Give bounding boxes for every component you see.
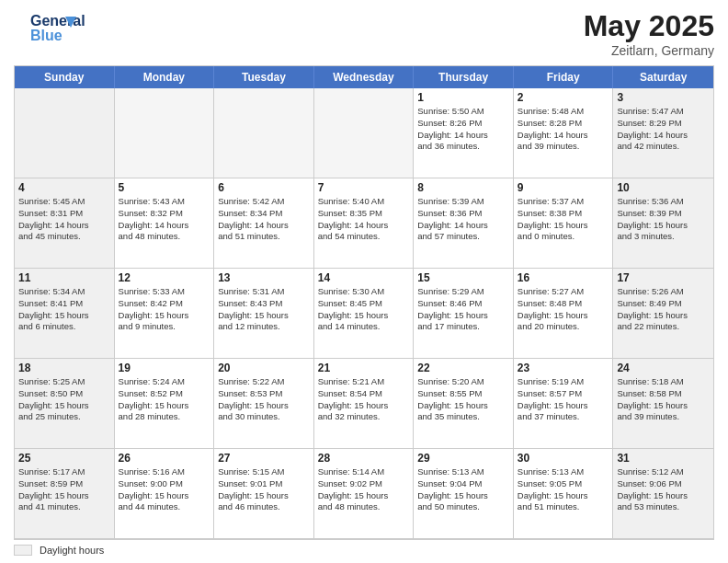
legend-label: Daylight hours (40, 545, 104, 556)
day-number: 21 (318, 362, 410, 374)
day-info: Sunrise: 5:36 AM Sunset: 8:39 PM Dayligh… (617, 196, 710, 243)
day-number: 29 (417, 452, 509, 465)
day-number: 22 (417, 362, 509, 374)
cal-cell: 8Sunrise: 5:39 AM Sunset: 8:36 PM Daylig… (414, 178, 514, 269)
month-title: May 2025 (584, 9, 714, 43)
cal-cell: 19Sunrise: 5:24 AM Sunset: 8:52 PM Dayli… (115, 359, 215, 449)
cal-cell: 20Sunrise: 5:22 AM Sunset: 8:53 PM Dayli… (214, 359, 314, 449)
cal-cell (214, 88, 314, 178)
day-info: Sunrise: 5:34 AM Sunset: 8:41 PM Dayligh… (18, 286, 110, 333)
cal-cell: 15Sunrise: 5:29 AM Sunset: 8:46 PM Dayli… (414, 269, 514, 359)
svg-text:General: General (30, 13, 85, 29)
cal-cell: 16Sunrise: 5:27 AM Sunset: 8:48 PM Dayli… (514, 269, 614, 359)
cal-cell: 7Sunrise: 5:40 AM Sunset: 8:35 PM Daylig… (314, 178, 415, 269)
day-number: 11 (18, 271, 110, 284)
day-number: 23 (518, 362, 609, 374)
day-info: Sunrise: 5:17 AM Sunset: 8:59 PM Dayligh… (18, 466, 110, 513)
day-info: Sunrise: 5:40 AM Sunset: 8:35 PM Dayligh… (318, 196, 410, 243)
day-info: Sunrise: 5:18 AM Sunset: 8:58 PM Dayligh… (617, 376, 710, 423)
day-info: Sunrise: 5:45 AM Sunset: 8:31 PM Dayligh… (18, 196, 110, 243)
day-info: Sunrise: 5:20 AM Sunset: 8:55 PM Dayligh… (417, 376, 509, 423)
day-number: 26 (119, 452, 210, 465)
day-number: 13 (218, 271, 310, 284)
day-number: 12 (119, 271, 210, 284)
cal-cell: 22Sunrise: 5:20 AM Sunset: 8:55 PM Dayli… (414, 359, 514, 449)
cal-cell: 2Sunrise: 5:48 AM Sunset: 8:28 PM Daylig… (514, 88, 614, 178)
page: General Blue May 2025 Zeitlarn, Germany … (0, 0, 728, 563)
cal-cell: 6Sunrise: 5:42 AM Sunset: 8:34 PM Daylig… (214, 178, 314, 269)
day-info: Sunrise: 5:15 AM Sunset: 9:01 PM Dayligh… (218, 466, 310, 513)
day-info: Sunrise: 5:47 AM Sunset: 8:29 PM Dayligh… (617, 106, 710, 153)
cal-cell: 10Sunrise: 5:36 AM Sunset: 8:39 PM Dayli… (613, 178, 713, 269)
day-number: 7 (318, 181, 410, 194)
day-number: 17 (617, 271, 710, 284)
day-info: Sunrise: 5:24 AM Sunset: 8:52 PM Dayligh… (119, 376, 210, 423)
cal-cell: 21Sunrise: 5:21 AM Sunset: 8:54 PM Dayli… (314, 359, 415, 449)
day-number: 2 (518, 91, 609, 104)
day-info: Sunrise: 5:22 AM Sunset: 8:53 PM Dayligh… (218, 376, 310, 423)
svg-text:Blue: Blue (30, 28, 63, 43)
header: General Blue May 2025 Zeitlarn, Germany (14, 9, 714, 58)
cal-cell: 31Sunrise: 5:12 AM Sunset: 9:06 PM Dayli… (613, 449, 713, 539)
day-info: Sunrise: 5:31 AM Sunset: 8:43 PM Dayligh… (218, 286, 310, 333)
day-info: Sunrise: 5:37 AM Sunset: 8:38 PM Dayligh… (518, 196, 609, 243)
day-number: 24 (617, 362, 710, 374)
weekday-header-monday: Monday (115, 66, 215, 88)
day-info: Sunrise: 5:26 AM Sunset: 8:49 PM Dayligh… (617, 286, 710, 333)
legend-box (14, 545, 32, 556)
cal-cell: 5Sunrise: 5:43 AM Sunset: 8:32 PM Daylig… (115, 178, 215, 269)
day-number: 4 (18, 181, 110, 194)
day-number: 27 (218, 452, 310, 465)
day-info: Sunrise: 5:30 AM Sunset: 8:45 PM Dayligh… (318, 286, 410, 333)
weekday-header-friday: Friday (514, 66, 614, 88)
cal-cell: 17Sunrise: 5:26 AM Sunset: 8:49 PM Dayli… (613, 269, 713, 359)
cal-cell (15, 88, 115, 178)
weekday-header-saturday: Saturday (613, 66, 713, 88)
cal-cell: 25Sunrise: 5:17 AM Sunset: 8:59 PM Dayli… (15, 449, 115, 539)
day-number: 3 (617, 91, 710, 104)
day-info: Sunrise: 5:42 AM Sunset: 8:34 PM Dayligh… (218, 196, 310, 243)
cal-cell: 23Sunrise: 5:19 AM Sunset: 8:57 PM Dayli… (514, 359, 614, 449)
cal-cell: 1Sunrise: 5:50 AM Sunset: 8:26 PM Daylig… (414, 88, 514, 178)
day-number: 19 (119, 362, 210, 374)
cal-cell: 14Sunrise: 5:30 AM Sunset: 8:45 PM Dayli… (314, 269, 415, 359)
day-info: Sunrise: 5:50 AM Sunset: 8:26 PM Dayligh… (417, 106, 509, 153)
cal-cell: 28Sunrise: 5:14 AM Sunset: 9:02 PM Dayli… (314, 449, 415, 539)
cal-cell (115, 88, 215, 178)
day-info: Sunrise: 5:21 AM Sunset: 8:54 PM Dayligh… (318, 376, 410, 423)
cal-cell: 26Sunrise: 5:16 AM Sunset: 9:00 PM Dayli… (115, 449, 215, 539)
day-number: 14 (318, 271, 410, 284)
legend: Daylight hours (14, 545, 714, 556)
day-info: Sunrise: 5:13 AM Sunset: 9:05 PM Dayligh… (518, 466, 609, 513)
day-info: Sunrise: 5:43 AM Sunset: 8:32 PM Dayligh… (119, 196, 210, 243)
day-number: 15 (417, 271, 509, 284)
cal-cell: 4Sunrise: 5:45 AM Sunset: 8:31 PM Daylig… (15, 178, 115, 269)
day-number: 20 (218, 362, 310, 374)
cal-cell: 29Sunrise: 5:13 AM Sunset: 9:04 PM Dayli… (414, 449, 514, 539)
calendar-body: 1Sunrise: 5:50 AM Sunset: 8:26 PM Daylig… (15, 88, 713, 539)
day-number: 30 (518, 452, 609, 465)
day-number: 10 (617, 181, 710, 194)
weekday-header-tuesday: Tuesday (214, 66, 314, 88)
day-number: 31 (617, 452, 710, 465)
logo-icon: General Blue (17, 9, 90, 46)
cal-cell: 3Sunrise: 5:47 AM Sunset: 8:29 PM Daylig… (613, 88, 713, 178)
day-number: 5 (119, 181, 210, 194)
day-info: Sunrise: 5:27 AM Sunset: 8:48 PM Dayligh… (518, 286, 609, 333)
weekday-header-sunday: Sunday (15, 66, 115, 88)
weekday-header-wednesday: Wednesday (314, 66, 415, 88)
cal-cell: 24Sunrise: 5:18 AM Sunset: 8:58 PM Dayli… (613, 359, 713, 449)
cal-cell: 18Sunrise: 5:25 AM Sunset: 8:50 PM Dayli… (15, 359, 115, 449)
day-number: 16 (518, 271, 609, 284)
day-number: 18 (18, 362, 110, 374)
day-info: Sunrise: 5:19 AM Sunset: 8:57 PM Dayligh… (518, 376, 609, 423)
day-number: 8 (417, 181, 509, 194)
calendar: SundayMondayTuesdayWednesdayThursdayFrid… (14, 65, 714, 540)
day-info: Sunrise: 5:39 AM Sunset: 8:36 PM Dayligh… (417, 196, 509, 243)
day-info: Sunrise: 5:29 AM Sunset: 8:46 PM Dayligh… (417, 286, 509, 333)
day-number: 25 (18, 452, 110, 465)
day-info: Sunrise: 5:12 AM Sunset: 9:06 PM Dayligh… (617, 466, 710, 513)
day-info: Sunrise: 5:33 AM Sunset: 8:42 PM Dayligh… (119, 286, 210, 333)
cal-cell (314, 88, 415, 178)
location: Zeitlarn, Germany (584, 43, 714, 58)
